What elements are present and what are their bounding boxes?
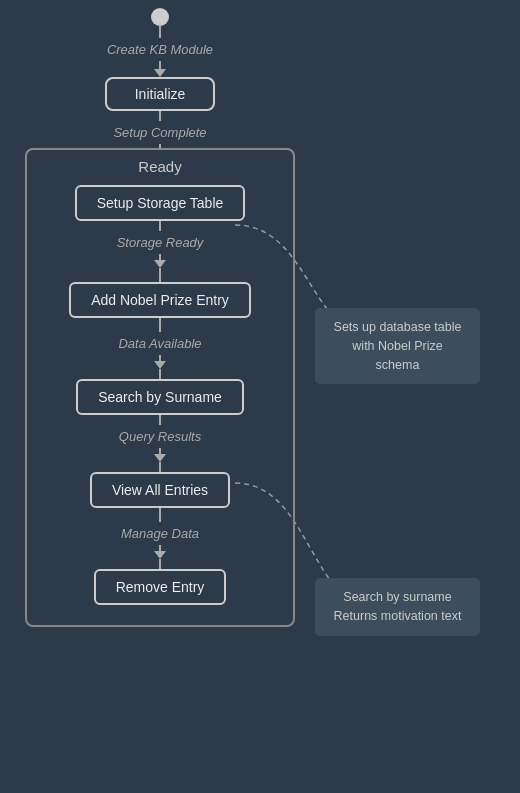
add-entry-box[interactable]: Add Nobel Prize Entry: [69, 282, 251, 318]
initialize-label: Initialize: [135, 86, 186, 102]
data-available-label: Data Available: [118, 332, 201, 355]
setup-storage-box[interactable]: Setup Storage Table: [75, 185, 246, 221]
connector-line-5: [159, 221, 161, 231]
query-results-label: Query Results: [119, 425, 201, 448]
tooltip-search-text: Search by surname Returns motivation tex…: [334, 590, 462, 623]
arrow-5: [154, 551, 166, 559]
tooltip-search-surname: Search by surname Returns motivation tex…: [315, 578, 480, 636]
connector-line-7: [159, 268, 161, 282]
initialize-box[interactable]: Initialize: [105, 77, 216, 111]
arrow-1: [154, 69, 166, 77]
connector-line-13: [159, 462, 161, 472]
connector-line-16: [159, 559, 161, 569]
arrow-3: [154, 361, 166, 369]
setup-storage-label: Setup Storage Table: [97, 195, 224, 211]
remove-entry-box[interactable]: Remove Entry: [94, 569, 227, 605]
connector-line-1: [159, 26, 161, 38]
connector-line-10: [159, 369, 161, 379]
diagram-container: Sets up database table with Nobel Prize …: [0, 0, 520, 793]
tooltip-setup-text: Sets up database table with Nobel Prize …: [334, 320, 462, 372]
ready-label: Ready: [138, 150, 181, 181]
connector-line-8: [159, 318, 161, 332]
flow-column: Create KB Module Initialize Setup Comple…: [15, 0, 305, 793]
tooltip-setup-storage: Sets up database table with Nobel Prize …: [315, 308, 480, 384]
search-surname-box[interactable]: Search by Surname: [76, 379, 244, 415]
ready-container: Ready Setup Storage Table Storage Ready …: [25, 148, 295, 627]
storage-ready-label: Storage Ready: [117, 231, 204, 254]
connector-line-14: [159, 508, 161, 522]
view-entries-box[interactable]: View All Entries: [90, 472, 230, 508]
setup-complete-label: Setup Complete: [113, 121, 206, 144]
connector-line-11: [159, 415, 161, 425]
search-surname-label: Search by Surname: [98, 389, 222, 405]
arrow-2: [154, 260, 166, 268]
connector-line-2: [159, 61, 161, 69]
connector-line-3: [159, 111, 161, 121]
arrow-4: [154, 454, 166, 462]
remove-entry-label: Remove Entry: [116, 579, 205, 595]
view-entries-label: View All Entries: [112, 482, 208, 498]
add-entry-label: Add Nobel Prize Entry: [91, 292, 229, 308]
manage-data-label: Manage Data: [121, 522, 199, 545]
ready-inner: Setup Storage Table Storage Ready Add No…: [27, 181, 293, 605]
create-kb-label: Create KB Module: [107, 38, 213, 61]
start-node: [151, 8, 169, 26]
